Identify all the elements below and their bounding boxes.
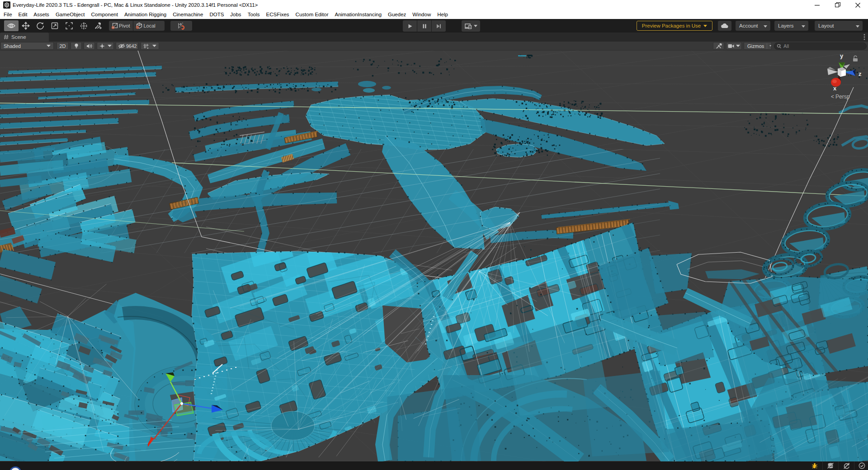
transform-tool-button[interactable] [76, 20, 91, 31]
scene-3d-render: y z x < Persp [0, 51, 868, 461]
rotate-tool-button[interactable] [33, 20, 47, 31]
effects-icon [99, 43, 105, 49]
minimize-button[interactable] [807, 0, 827, 10]
scene-tabbar: Scene [0, 33, 868, 42]
menu-cinemachine[interactable]: Cinemachine [170, 10, 206, 19]
debug-bug-icon[interactable] [809, 462, 821, 469]
effects-dropdown[interactable] [97, 42, 114, 50]
scene-lighting-toggle[interactable] [71, 42, 82, 50]
scene-viewport[interactable]: y z x < Persp [0, 51, 868, 461]
grid-fade-icon [143, 43, 150, 49]
menu-custom-editor[interactable]: Custom Editor [292, 10, 332, 19]
caret-down-icon [47, 45, 51, 47]
axis-x-label[interactable]: x [833, 85, 837, 92]
menubar: FileEditAssetsGameObjectComponentAnimati… [0, 10, 868, 19]
menu-edit[interactable]: Edit [15, 10, 31, 19]
scene-tab-icon [4, 34, 9, 40]
pivot-icon [111, 22, 119, 30]
gizmos-dropdown[interactable]: Gizmos [744, 42, 772, 50]
menu-component[interactable]: Component [88, 10, 121, 19]
progress-check-icon[interactable] [856, 462, 867, 469]
window-titlebar: Everyday-Life 2020.3 TLS - Edengrall - P… [0, 0, 868, 10]
menu-help[interactable]: Help [434, 10, 451, 19]
maximize-button[interactable] [827, 0, 848, 10]
menu-window[interactable]: Window [409, 10, 434, 19]
grid-snap-icon [177, 22, 186, 30]
unity-app-icon [3, 1, 10, 9]
custom-tools-button[interactable] [91, 20, 105, 31]
pivot-toggle[interactable]: Pivot [109, 21, 133, 31]
account-dropdown[interactable]: Account [736, 21, 770, 31]
window-title: Everyday-Life 2020.3 TLS - Edengrall - P… [13, 2, 258, 8]
rect-tool-button[interactable] [62, 20, 76, 31]
cache-server-icon[interactable] [825, 462, 836, 469]
tools-icon [716, 43, 722, 49]
console-message-icon[interactable] [9, 466, 21, 470]
panel-menu-icon[interactable] [863, 34, 865, 42]
audio-icon [86, 43, 92, 49]
menu-animationinstancing[interactable]: AnimationInstancing [331, 10, 385, 19]
local-toggle[interactable]: Local [133, 21, 165, 31]
statusbar [0, 461, 868, 470]
close-button[interactable] [848, 0, 868, 10]
local-icon [135, 22, 143, 30]
eye-hidden-icon [118, 43, 125, 49]
grid-snapping-button[interactable] [170, 21, 192, 31]
caret-down-icon [152, 45, 156, 47]
persp-label: < Persp [831, 94, 850, 100]
caret-down-icon [108, 45, 112, 47]
cloud-icon [721, 24, 728, 28]
hidden-objects-toggle[interactable]: 9642 [116, 42, 138, 50]
scene-search-input[interactable]: All [774, 42, 867, 50]
caret-down-icon [703, 25, 707, 27]
caret-down-icon [736, 45, 740, 47]
preview-packages-dropdown[interactable]: Preview Packages in Use [637, 21, 712, 31]
svg-text:<: < [831, 94, 834, 100]
search-icon [777, 44, 782, 49]
draw-mode-dropdown[interactable]: Shaded [0, 42, 54, 50]
2d-toggle[interactable]: 2D [57, 42, 69, 50]
move-tool-button[interactable] [19, 20, 33, 31]
cloud-services-button[interactable] [718, 21, 731, 31]
axis-y-label[interactable]: y [840, 52, 844, 59]
scene-toolbar: Shaded 2D 9642 Gizmos All [0, 42, 868, 51]
tab-scene[interactable]: Scene [0, 33, 49, 42]
axis-z-label[interactable]: z [859, 70, 862, 77]
menu-gameobject[interactable]: GameObject [52, 10, 88, 19]
scene-audio-toggle[interactable] [84, 42, 95, 50]
view-tool-button[interactable] [4, 20, 19, 31]
menu-file[interactable]: File [0, 10, 15, 19]
auto-refresh-icon[interactable] [840, 462, 852, 469]
scene-tools-button[interactable] [713, 42, 724, 50]
main-toolbar: Pivot Local Preview Packages in Use Acco… [0, 19, 868, 33]
menu-assets[interactable]: Assets [30, 10, 52, 19]
caret-down-icon [474, 25, 477, 27]
pause-button[interactable] [417, 20, 431, 32]
menu-animation-rigging[interactable]: Animation Rigging [121, 10, 170, 19]
lightbulb-icon [74, 43, 79, 49]
menu-guedez[interactable]: Guedez [385, 10, 409, 19]
projection-label[interactable]: Persp [835, 94, 850, 100]
device-simulator-icon [464, 23, 472, 29]
menu-dots[interactable]: DOTS [206, 10, 227, 19]
menu-jobs[interactable]: Jobs [227, 10, 244, 19]
scene-grid-dropdown[interactable] [141, 42, 159, 50]
scene-camera-dropdown[interactable] [726, 42, 742, 50]
caret-down-icon [769, 45, 771, 47]
step-button[interactable] [432, 20, 446, 32]
camera-icon [728, 44, 734, 48]
device-simulator-button[interactable] [462, 20, 480, 32]
play-button[interactable] [403, 20, 417, 32]
menu-ecsfixes[interactable]: ECSFixes [263, 10, 292, 19]
menu-tools[interactable]: Tools [245, 10, 263, 19]
layout-dropdown[interactable]: Layout [815, 21, 863, 31]
scale-tool-button[interactable] [47, 20, 62, 31]
layers-dropdown[interactable]: Layers [774, 21, 808, 31]
